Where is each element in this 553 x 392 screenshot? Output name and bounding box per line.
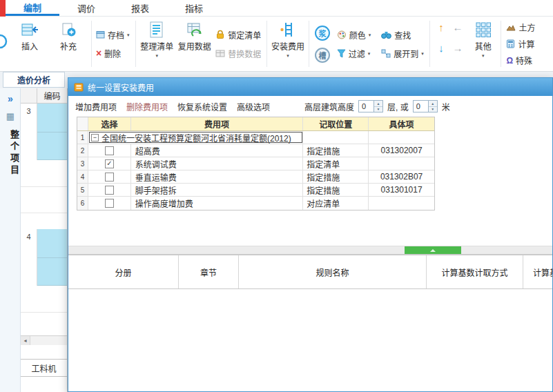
restore-system-settings-button[interactable]: 恢复系统设置 xyxy=(177,101,227,112)
floors-spinner[interactable]: 0 ▲ ▼ xyxy=(358,100,383,112)
position-cell[interactable]: 指定清单 xyxy=(303,157,369,170)
tab-reports[interactable]: 报表 xyxy=(113,0,167,16)
grid-icon xyxy=(475,20,492,39)
item-code-cell[interactable]: 031302B07 xyxy=(369,170,434,183)
move-right-button[interactable]: → xyxy=(452,42,463,54)
position-cell[interactable]: 对应清单 xyxy=(303,197,369,210)
item-code-cell[interactable] xyxy=(369,131,434,144)
replace-data-button[interactable]: 替换数据 xyxy=(215,48,262,59)
replace-data-icon xyxy=(215,49,225,58)
header-position: 记取位置 xyxy=(303,117,369,130)
item-code-cell[interactable]: 031302007 xyxy=(369,144,434,157)
chevron-down-icon: ▾ xyxy=(155,53,158,58)
circle-cao-button[interactable]: 槽 xyxy=(315,48,330,63)
archive-button[interactable]: 存档 ▾ xyxy=(96,29,131,41)
spin-up-button[interactable]: ▲ xyxy=(374,101,382,107)
circle-jiang-button[interactable]: 浆 xyxy=(315,26,330,41)
reuse-data-button[interactable]: 复用数据 xyxy=(176,17,213,71)
root-node-cell[interactable]: − 全国统一安装工程预算定额河北省消耗量定额(2012) xyxy=(88,131,303,144)
fee-name-cell[interactable]: 脚手架搭拆 xyxy=(131,184,304,196)
building-height-label: 高层建筑高度 xyxy=(304,101,354,112)
grid-cell-cyan[interactable] xyxy=(37,104,67,160)
position-cell[interactable]: 指定措施 xyxy=(303,144,369,157)
filter-button[interactable]: 过滤 ▾ xyxy=(337,48,376,59)
tab-indicators[interactable]: 指标 xyxy=(167,0,221,16)
insert-button[interactable]: 插入 xyxy=(10,17,49,71)
organize-list-button[interactable]: 整理清单 ▾ xyxy=(137,17,177,71)
select-cell[interactable] xyxy=(88,144,131,157)
color-button[interactable]: 颜色 ▾ xyxy=(337,29,376,41)
add-fee-item-button[interactable]: 增加费用项 xyxy=(75,101,117,112)
special-symbol-button[interactable]: Ω 特殊 xyxy=(506,55,552,66)
select-cell[interactable] xyxy=(88,197,131,210)
position-cell[interactable]: 指定措施 xyxy=(303,170,369,183)
expand-to-button[interactable]: 展开到 ▾ xyxy=(381,48,425,59)
insert-icon xyxy=(21,20,39,39)
position-cell[interactable]: 指定措施 xyxy=(303,184,369,196)
earthwork-button[interactable]: 土方 xyxy=(506,21,552,33)
fee-table-header: 选择 费用项 记取位置 具体项 xyxy=(77,117,434,131)
install-fee-button[interactable]: 安装费用 ▾ xyxy=(269,17,308,71)
delete-fee-item-button[interactable]: 删除费用项 xyxy=(126,101,168,112)
fee-name-cell[interactable]: 系统调试费 xyxy=(131,157,304,170)
calculator-button[interactable]: 计算 xyxy=(506,38,552,50)
item-code-cell[interactable]: 031301017 xyxy=(369,184,434,196)
search-icon[interactable] xyxy=(0,23,8,65)
circle-jiang-label: 浆 xyxy=(318,28,326,39)
move-down-button[interactable]: ↓ xyxy=(438,42,444,54)
ribbon-group-archive: 存档 ▾ × 删除 xyxy=(93,17,134,71)
row-number: 3 xyxy=(77,157,88,170)
scroll-left-button[interactable]: ◂ xyxy=(21,336,30,345)
app-corner-accent xyxy=(0,0,6,17)
delete-button[interactable]: × 删除 xyxy=(96,48,131,59)
tab-labor-material[interactable]: 工料机 xyxy=(21,359,67,377)
advanced-options-button[interactable]: 高级选项 xyxy=(237,101,270,112)
checkbox-checked[interactable]: ✓ xyxy=(105,159,114,168)
meters-spinner[interactable]: 0 ▲ ▼ xyxy=(413,100,438,112)
header-chapter: 章节 xyxy=(179,255,239,288)
select-cell[interactable] xyxy=(88,184,131,196)
select-cell[interactable] xyxy=(88,170,131,183)
install-fee-label: 安装费用 xyxy=(271,40,304,52)
spin-down-button[interactable]: ▼ xyxy=(429,107,437,112)
move-up-button[interactable]: ↑ xyxy=(438,21,444,33)
organize-list-label: 整理清单 xyxy=(140,40,173,52)
item-code-cell[interactable] xyxy=(369,197,434,210)
panel-grid-icon[interactable]: ▦ xyxy=(0,111,21,121)
move-left-button[interactable]: ← xyxy=(452,21,463,33)
tab-adjust-price[interactable]: 调价 xyxy=(59,0,113,16)
spin-down-button[interactable]: ▼ xyxy=(374,107,382,112)
checkbox[interactable] xyxy=(105,186,114,195)
find-button[interactable]: 查找 xyxy=(381,29,425,41)
collapse-glyph: − xyxy=(93,135,97,141)
fee-name-cell[interactable]: 超高费 xyxy=(131,144,304,157)
tab-compile[interactable]: 编制 xyxy=(6,0,59,16)
row-number-4: 4 xyxy=(21,229,37,286)
item-code-cell[interactable] xyxy=(369,157,434,170)
select-cell[interactable]: ✓ xyxy=(88,157,131,170)
tab-cost-analysis[interactable]: 造价分析 xyxy=(3,72,65,88)
ribbon-group-color-filter: 颜色 ▾ 过滤 ▾ xyxy=(334,17,379,71)
position-cell[interactable] xyxy=(303,131,369,144)
dialog-title-bar[interactable]: 统一设置安装费用 xyxy=(68,78,552,96)
supplement-button[interactable]: 补充 xyxy=(49,17,88,71)
ribbon-group-cut-right: 土方 计算 Ω 特殊 xyxy=(502,17,552,71)
lock-list-button[interactable]: 锁定清单 xyxy=(215,29,262,41)
header-row-number xyxy=(77,117,88,130)
splitter-handle[interactable] xyxy=(405,246,461,254)
checkbox[interactable] xyxy=(105,146,114,155)
horizontal-scrollbar[interactable]: ◂ xyxy=(21,335,67,345)
header-volume: 分册 xyxy=(68,255,179,288)
grid-cell-cyan[interactable] xyxy=(37,229,67,286)
other-button[interactable]: 其他 ▾ xyxy=(467,17,499,71)
ribbon-separator xyxy=(429,21,430,67)
checkbox[interactable] xyxy=(105,199,114,208)
tree-collapse-icon[interactable]: − xyxy=(91,134,99,141)
row-number-header xyxy=(21,88,37,103)
fee-name-cell[interactable]: 垂直运输费 xyxy=(131,170,304,183)
spin-up-button[interactable]: ▲ xyxy=(429,101,437,107)
checkbox[interactable] xyxy=(105,173,114,182)
fee-name-cell[interactable]: 操作高度增加费 xyxy=(131,197,304,210)
earthwork-label: 土方 xyxy=(518,21,535,33)
collapse-panel-button[interactable]: » xyxy=(0,93,21,104)
